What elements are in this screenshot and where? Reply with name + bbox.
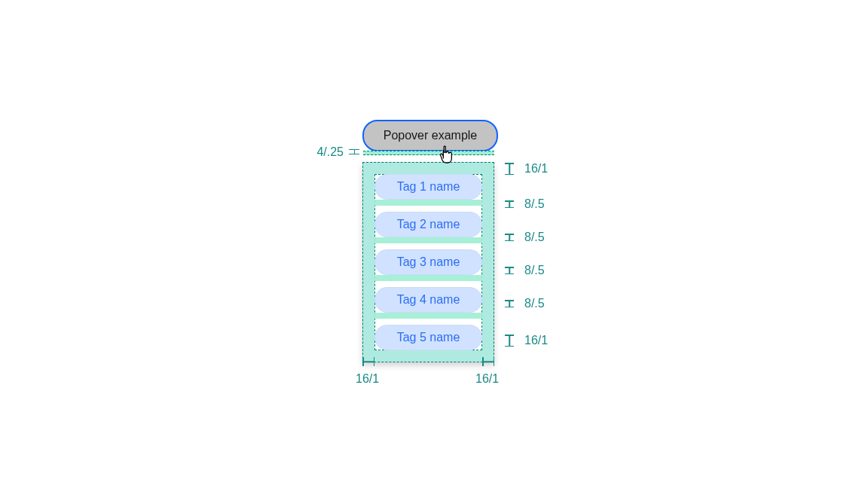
spec-diagram: Popover example 4/.25 Tag 1 name Tag 2 n…	[0, 0, 868, 495]
spacing-guide-item-gap	[374, 313, 482, 319]
measure-bracket-icon	[505, 200, 514, 208]
popover-body: Tag 1 name Tag 2 name Tag 3 name Tag 4 n…	[362, 162, 494, 362]
measure-bracket-icon	[505, 300, 514, 307]
measure-bracket-icon	[505, 234, 514, 241]
popover-trigger-label: Popover example	[384, 129, 478, 142]
tag-label: Tag 3 name	[397, 255, 460, 269]
tag-item[interactable]: Tag 3 name	[374, 249, 482, 275]
spacing-label-padding-right: 16/1	[475, 372, 499, 386]
tag-label: Tag 4 name	[397, 293, 460, 307]
spacing-guide-trigger-gap	[363, 151, 494, 155]
popover-trigger-button[interactable]: Popover example	[362, 120, 498, 151]
measure-bracket-icon	[349, 148, 359, 155]
tag-label: Tag 2 name	[397, 218, 460, 231]
spacing-label-padding-bottom: 16/1	[524, 334, 548, 347]
tag-label: Tag 5 name	[397, 331, 460, 344]
measure-bracket-icon	[482, 357, 494, 366]
spacing-label-item-gap: 8/.5	[524, 264, 545, 277]
tag-item[interactable]: Tag 4 name	[374, 287, 482, 313]
spacing-guide-item-gap	[374, 275, 482, 281]
spacing-label-padding-left: 16/1	[356, 372, 379, 386]
measure-bracket-icon	[505, 163, 514, 175]
tag-label: Tag 1 name	[397, 180, 460, 194]
measure-bracket-icon	[362, 357, 374, 366]
tag-item[interactable]: Tag 2 name	[374, 212, 482, 237]
tag-item[interactable]: Tag 1 name	[374, 174, 482, 200]
spacing-label-trigger-gap: 4/.25	[316, 145, 344, 159]
measure-bracket-icon	[505, 267, 514, 274]
spacing-guide-item-gap	[374, 200, 482, 206]
spacing-label-item-gap: 8/.5	[524, 231, 545, 244]
popover: Tag 1 name Tag 2 name Tag 3 name Tag 4 n…	[362, 162, 494, 362]
spacing-label-item-gap: 8/.5	[524, 197, 545, 211]
tag-item[interactable]: Tag 5 name	[374, 325, 482, 350]
spacing-label-padding-top: 16/1	[524, 162, 548, 176]
spacing-guide-item-gap	[374, 237, 482, 243]
measure-bracket-icon	[505, 335, 514, 347]
spacing-label-item-gap: 8/.5	[524, 297, 545, 310]
